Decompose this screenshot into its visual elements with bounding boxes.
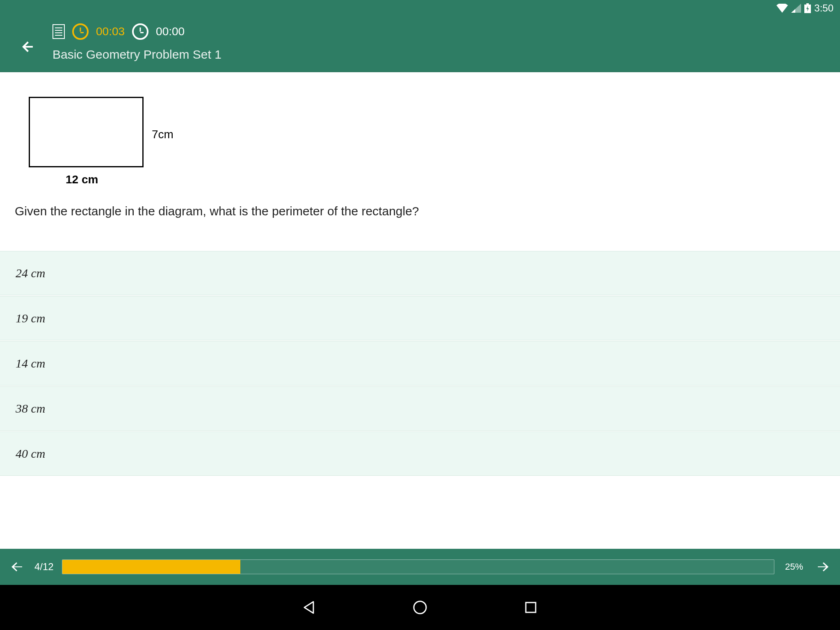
- svg-rect-1: [806, 3, 809, 5]
- answer-option[interactable]: 40 cm: [0, 431, 840, 476]
- page-indicator: 4/12: [34, 561, 54, 573]
- battery-icon: [804, 3, 811, 13]
- elapsed-clock-icon[interactable]: [72, 23, 89, 40]
- remaining-clock-icon[interactable]: [132, 23, 148, 40]
- android-back-button[interactable]: [299, 597, 320, 618]
- status-time: 3:50: [814, 2, 833, 14]
- document-icon[interactable]: [52, 24, 65, 39]
- back-button[interactable]: [16, 34, 41, 59]
- signal-icon: [791, 4, 801, 13]
- elapsed-timer: 00:03: [96, 25, 125, 38]
- answer-option[interactable]: 38 cm: [0, 386, 840, 431]
- next-question-button[interactable]: [814, 558, 832, 576]
- android-status-bar: 3:50: [0, 0, 840, 16]
- footer-bar: 4/12 25%: [0, 549, 840, 585]
- wifi-icon: [776, 4, 788, 13]
- diagram-width-label: 12 cm: [66, 173, 98, 186]
- answer-option[interactable]: 24 cm: [0, 251, 840, 295]
- diagram-height-label: 7cm: [152, 128, 173, 141]
- rectangle-diagram: [29, 97, 144, 167]
- answer-option[interactable]: 19 cm: [0, 296, 840, 340]
- android-recent-button[interactable]: [520, 597, 541, 618]
- progress-bar[interactable]: [62, 559, 774, 574]
- progress-percent-label: 25%: [783, 562, 806, 572]
- answer-list: 24 cm 19 cm 14 cm 38 cm 40 cm: [0, 251, 840, 476]
- prev-question-button[interactable]: [8, 558, 26, 576]
- android-home-button[interactable]: [410, 597, 430, 618]
- page-title: Basic Geometry Problem Set 1: [52, 48, 221, 62]
- question-text: Given the rectangle in the diagram, what…: [0, 180, 840, 235]
- content-area: 7cm 12 cm Given the rectangle in the dia…: [0, 72, 840, 549]
- svg-point-2: [414, 601, 426, 614]
- android-nav-bar: [0, 585, 840, 630]
- remaining-timer: 00:00: [156, 25, 185, 38]
- diagram-area: 7cm 12 cm: [0, 72, 840, 180]
- answer-option[interactable]: 14 cm: [0, 341, 840, 386]
- svg-rect-3: [526, 603, 536, 612]
- app-bar: 00:03 00:00 Basic Geometry Problem Set 1: [0, 16, 840, 72]
